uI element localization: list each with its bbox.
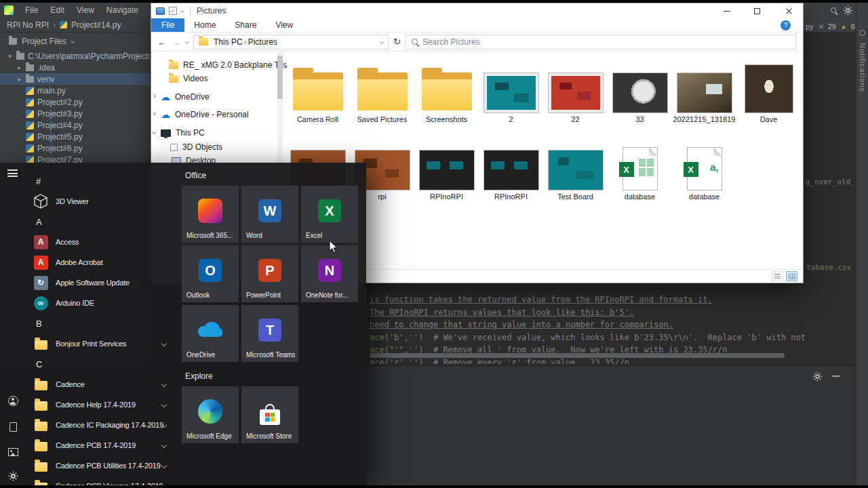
file-rpinorpi[interactable]: RPInoRPI: [479, 132, 543, 201]
tile-powerpoint[interactable]: PPowerPoint: [241, 245, 298, 302]
sidebar-item-onedrive-personal[interactable]: ☁OneDrive - Personal: [161, 108, 249, 121]
menu-view[interactable]: View: [71, 5, 100, 15]
editor-horizontal-scrollbar[interactable]: [370, 353, 785, 358]
menu-navigate[interactable]: Navigate: [100, 5, 144, 15]
sidebar-item-re-xmg-2-0-backplane-tes[interactable]: RE_ xMG 2.0 Backplane Tes: [169, 59, 287, 71]
app-apple-software-update[interactable]: ↻Apple Software Update: [26, 272, 176, 293]
search-icon[interactable]: [831, 7, 836, 13]
app-cadence-help-17-4-2019[interactable]: Cadence Help 17.4-2019: [26, 394, 176, 415]
app-group-header-b[interactable]: B: [26, 313, 176, 333]
forward-button[interactable]: →: [172, 37, 181, 47]
tile-group-title[interactable]: Explore: [185, 371, 364, 381]
file-test-board[interactable]: Test Board: [543, 132, 608, 201]
app-group-header-hash[interactable]: #: [26, 171, 176, 191]
sidebar-item-onedrive[interactable]: ☁OneDrive: [161, 91, 210, 103]
tree-item-c-users-patmxa-pycharmprojects[interactable]: ▾C:\Users\patmxa\PycharmProjects\: [0, 50, 150, 62]
pictures-icon[interactable]: [8, 448, 18, 456]
notifications-icon[interactable]: [859, 30, 865, 36]
tile-outlook[interactable]: OOutlook: [182, 245, 239, 302]
hamburger-menu-icon[interactable]: [7, 169, 18, 177]
address-path-box[interactable]: This PC›Pictures: [193, 35, 389, 49]
chevron-down-icon[interactable]: [152, 130, 156, 134]
inspection-count[interactable]: 29: [828, 22, 836, 30]
ribbon-tab-share[interactable]: Share: [225, 18, 266, 32]
tile-microsoft-edge[interactable]: Microsoft Edge: [182, 386, 239, 443]
tile-microsoft-365[interactable]: Microsoft 365...: [182, 186, 239, 243]
quick-access-chevron-icon[interactable]: [180, 9, 184, 13]
app-cadence-pcb-17-4-2019[interactable]: Cadence PCB 17.4-2019: [26, 435, 176, 455]
app-arduino-ide[interactable]: ∞Arduino IDE: [26, 293, 176, 313]
chevron-right-icon[interactable]: [152, 112, 156, 116]
project-panel-header[interactable]: Project Files: [0, 33, 150, 50]
tile-onedrive[interactable]: OneDrive: [182, 305, 239, 362]
minimize-button[interactable]: [711, 3, 742, 18]
tile-group-title[interactable]: Office: [185, 171, 364, 180]
tile-word[interactable]: WWord: [241, 186, 298, 243]
breadcrumb-project[interactable]: RPI No RPI: [7, 20, 49, 30]
file-33[interactable]: 33: [608, 55, 672, 124]
app-3d-viewer[interactable]: 3D Viewer: [26, 191, 176, 211]
app-cadence[interactable]: Cadence: [26, 374, 176, 394]
sidebar-item-videos[interactable]: Videos: [169, 73, 208, 85]
menu-edit[interactable]: Edit: [44, 5, 71, 15]
recent-locations-chevron-icon[interactable]: [185, 40, 189, 44]
editor-tab-label[interactable]: py: [806, 22, 814, 30]
sidebar-item-this-pc[interactable]: This PC: [161, 127, 205, 139]
tree-item-project-4-py[interactable]: Project#4.py: [0, 119, 150, 131]
file-database[interactable]: Xa,database: [672, 132, 736, 201]
app-group-header-c[interactable]: C: [26, 354, 176, 374]
address-dropdown-chevron-icon[interactable]: [380, 40, 384, 44]
tree-item-idea[interactable]: ▸.idea: [0, 62, 150, 73]
tile-excel[interactable]: XExcel: [301, 186, 358, 243]
back-button[interactable]: ←: [157, 37, 167, 47]
app-group-header-a[interactable]: A: [26, 211, 176, 232]
tile-microsoft-store[interactable]: Microsoft Store: [241, 386, 298, 443]
tree-item-project-2-py[interactable]: Project#2.py: [0, 96, 150, 108]
warning-count[interactable]: 6: [851, 22, 855, 30]
tree-item-venv[interactable]: ▸venv: [0, 73, 150, 85]
app-bonjour-print-services[interactable]: Bonjour Print Services: [26, 333, 176, 354]
file-saved-pictures[interactable]: Saved Pictures: [350, 55, 414, 124]
path-crumb-this-pc[interactable]: This PC: [212, 37, 244, 47]
close-icon[interactable]: [818, 24, 823, 29]
app-cadence-pcb-viewers-17-4-2019[interactable]: Cadence PCB Viewers 17.4-2019: [26, 476, 176, 485]
menu-file[interactable]: File: [19, 5, 44, 15]
app-access[interactable]: AAccess: [26, 232, 176, 252]
path-crumb-pictures[interactable]: Pictures: [247, 37, 279, 47]
file-screenshots[interactable]: Screenshots: [414, 55, 479, 124]
app-cadence-pcb-utilities-17-4-2019[interactable]: Cadence PCB Utilities 17.4-2019: [26, 455, 176, 476]
breadcrumb-file[interactable]: Project#14.py: [71, 20, 121, 30]
file-camera-roll[interactable]: Camera Roll: [285, 55, 350, 124]
tree-item-main-py[interactable]: main.py: [0, 85, 150, 96]
help-button[interactable]: ?: [781, 20, 797, 30]
sidebar-item-3d-objects[interactable]: 3D Objects: [170, 141, 222, 153]
ribbon-tab-view[interactable]: View: [266, 18, 302, 32]
app-adobe-acrobat[interactable]: AAdobe Acrobat: [26, 252, 176, 272]
minimize-icon[interactable]: [832, 375, 840, 377]
scrollbar-thumb[interactable]: [277, 56, 283, 99]
documents-icon[interactable]: [9, 422, 17, 432]
file-dave[interactable]: Dave: [736, 55, 801, 124]
quick-access-check-icon[interactable]: ✓: [169, 7, 177, 15]
file-database[interactable]: Xdatabase: [608, 132, 672, 201]
file-rpinorpi[interactable]: RPInoRPI: [414, 132, 479, 201]
gear-icon[interactable]: [815, 374, 820, 379]
gear-icon[interactable]: [846, 8, 850, 13]
details-view-button[interactable]: [772, 271, 783, 281]
tree-item-project-5-py[interactable]: Project#5.py: [0, 131, 150, 142]
tile-onenote-for[interactable]: NOneNote for...: [301, 245, 358, 302]
settings-gear-icon[interactable]: [11, 474, 16, 479]
user-account-icon[interactable]: [8, 396, 18, 406]
ribbon-tab-file[interactable]: File: [151, 18, 184, 32]
tree-item-project-3-py[interactable]: Project#3.py: [0, 108, 150, 119]
app-cadence-ic-packaging-17-4-2019[interactable]: Cadence IC Packaging 17.4-2019: [26, 415, 176, 435]
search-input[interactable]: [422, 37, 791, 47]
tile-microsoft-teams[interactable]: TMicrosoft Teams: [241, 305, 298, 362]
file-22[interactable]: 22: [543, 55, 608, 124]
file-20221215-131819[interactable]: 20221215_131819: [672, 55, 736, 124]
chevron-right-icon[interactable]: [152, 94, 156, 98]
close-button[interactable]: [772, 3, 803, 18]
tree-item-project-6-py[interactable]: Project#6.py: [0, 142, 150, 154]
search-box[interactable]: [406, 35, 797, 49]
maximize-button[interactable]: [742, 3, 772, 18]
